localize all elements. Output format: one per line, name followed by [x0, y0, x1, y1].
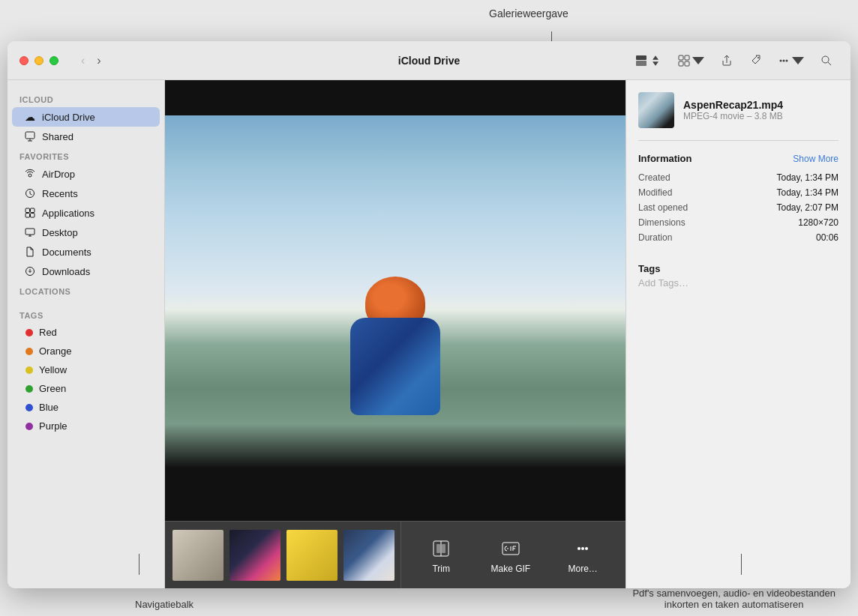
svg-rect-3	[685, 55, 689, 60]
shared-icon	[24, 130, 36, 142]
tag-button[interactable]	[743, 51, 767, 70]
tag-green-dot	[26, 385, 33, 393]
sidebar-item-shared-label: Shared	[42, 131, 74, 142]
toolbar-right	[629, 51, 838, 70]
svg-rect-19	[26, 229, 34, 235]
more-actions-button[interactable]: More…	[568, 537, 597, 574]
airdrop-icon	[24, 168, 36, 180]
sidebar-item-icloud-drive[interactable]: ☁ iCloud Drive	[12, 107, 160, 127]
sidebar-item-airdrop[interactable]: AirDrop	[12, 164, 160, 184]
sidebar-item-applications[interactable]: Applications	[12, 203, 160, 223]
duration-row: Duration 00:06	[638, 230, 838, 245]
file-name: AspenRecap21.mp4	[683, 99, 783, 111]
chevron-updown-icon	[650, 55, 662, 67]
sidebar-item-downloads-label: Downloads	[42, 266, 90, 277]
modified-value: Today, 1:34 PM	[777, 187, 839, 198]
downloads-icon	[24, 265, 36, 277]
sidebar-item-documents-label: Documents	[42, 247, 92, 258]
applications-icon	[24, 207, 36, 219]
trim-button[interactable]: Trim	[429, 537, 453, 574]
svg-rect-16	[31, 208, 35, 213]
make-gif-button[interactable]: Make GIF	[490, 537, 530, 574]
maximize-button[interactable]	[50, 56, 58, 65]
tag-blue-dot	[26, 404, 33, 411]
desktop-icon	[24, 226, 36, 238]
dimensions-row: Dimensions 1280×720	[638, 215, 838, 230]
view-options-icon	[678, 55, 690, 67]
view-options-button[interactable]	[672, 51, 710, 70]
jacket	[350, 318, 440, 415]
sidebar-item-downloads[interactable]: Downloads	[12, 262, 160, 281]
filmstrip-thumb-2[interactable]	[228, 528, 282, 582]
svg-point-9	[786, 59, 788, 61]
duration-value: 00:06	[816, 232, 838, 243]
sidebar-item-tag-red[interactable]: Red	[12, 323, 160, 342]
svg-point-27	[581, 547, 584, 550]
svg-rect-0	[636, 61, 646, 66]
nav-buttons: ‹ ›	[76, 51, 106, 70]
sidebar-item-desktop[interactable]: Desktop	[12, 223, 160, 242]
person-silhouette	[335, 277, 455, 441]
forward-button[interactable]: ›	[92, 51, 105, 70]
filmstrip-thumb-5[interactable]: 📁	[399, 528, 400, 582]
window-title: iCloud Drive	[398, 55, 460, 67]
file-thumb-image	[638, 92, 674, 128]
sidebar-item-tag-blue[interactable]: Blue	[12, 398, 160, 417]
sidebar-item-recents[interactable]: Recents	[12, 184, 160, 203]
more-button[interactable]	[772, 51, 810, 70]
more-actions-label: More…	[568, 564, 597, 574]
modified-row: Modified Today, 1:34 PM	[638, 185, 838, 200]
bottom-annotation-right: Pdf's samenvoegen, audio- en videobestan…	[632, 588, 836, 610]
svg-rect-12	[26, 132, 34, 139]
minimize-button[interactable]	[34, 56, 44, 65]
center-column: 📁	[165, 80, 626, 588]
file-thumbnail	[638, 92, 674, 128]
sidebar-item-tag-purple[interactable]: Purple	[12, 417, 160, 435]
sidebar-item-shared[interactable]: Shared	[12, 127, 160, 146]
modified-label: Modified	[638, 187, 672, 198]
tag-red-label: Red	[39, 327, 57, 338]
thumb-2-image	[230, 530, 280, 581]
svg-point-13	[28, 174, 32, 177]
information-heading-row: Information Show More	[638, 153, 838, 164]
sidebar-item-documents[interactable]: Documents	[12, 242, 160, 262]
sidebar-item-tag-green[interactable]: Green	[12, 379, 160, 398]
back-button[interactable]: ‹	[76, 51, 89, 70]
tag-orange-label: Orange	[39, 345, 71, 357]
chevron-down-icon	[692, 55, 704, 67]
svg-rect-2	[679, 55, 683, 60]
svg-rect-18	[31, 214, 35, 218]
show-more-button[interactable]: Show More	[793, 154, 838, 164]
close-button[interactable]	[20, 56, 28, 65]
annotation-line-bottom-right	[741, 554, 742, 575]
file-header: AspenRecap21.mp4 MPEG-4 movie – 3.8 MB	[638, 92, 838, 141]
sidebar-item-tag-orange[interactable]: Orange	[12, 342, 160, 360]
sidebar: iCloud ☁ iCloud Drive Shared Favorites	[8, 80, 165, 588]
svg-point-7	[780, 59, 782, 61]
sidebar-item-tag-yellow[interactable]: Yellow	[12, 360, 160, 379]
icloud-drive-icon: ☁	[24, 111, 36, 123]
share-button[interactable]	[715, 51, 739, 70]
traffic-lights	[20, 56, 58, 65]
gallery-icon	[635, 55, 647, 67]
titlebar: ‹ › iCloud Drive	[8, 41, 850, 80]
svg-rect-4	[679, 61, 683, 66]
svg-rect-24	[442, 544, 446, 553]
filmstrip-thumb-1[interactable]	[171, 528, 225, 582]
svg-point-28	[585, 547, 588, 550]
file-type: MPEG-4 movie – 3.8 MB	[683, 111, 783, 121]
add-tags-field[interactable]: Add Tags…	[638, 274, 838, 292]
content-area: iCloud ☁ iCloud Drive Shared Favorites	[8, 80, 850, 588]
tag-orange-dot	[26, 348, 33, 355]
filmstrip-thumb-3[interactable]	[285, 528, 339, 582]
gallery-view-button[interactable]	[629, 51, 668, 70]
tag-green-label: Green	[39, 383, 66, 394]
trim-label: Trim	[432, 564, 450, 574]
search-button[interactable]	[814, 51, 838, 70]
icloud-section-header: iCloud	[8, 89, 164, 107]
locations-section-header: Locations	[8, 281, 164, 299]
svg-rect-17	[26, 214, 30, 218]
duration-label: Duration	[638, 232, 672, 243]
sidebar-item-desktop-label: Desktop	[42, 227, 78, 238]
filmstrip-thumb-4[interactable]	[342, 528, 396, 582]
